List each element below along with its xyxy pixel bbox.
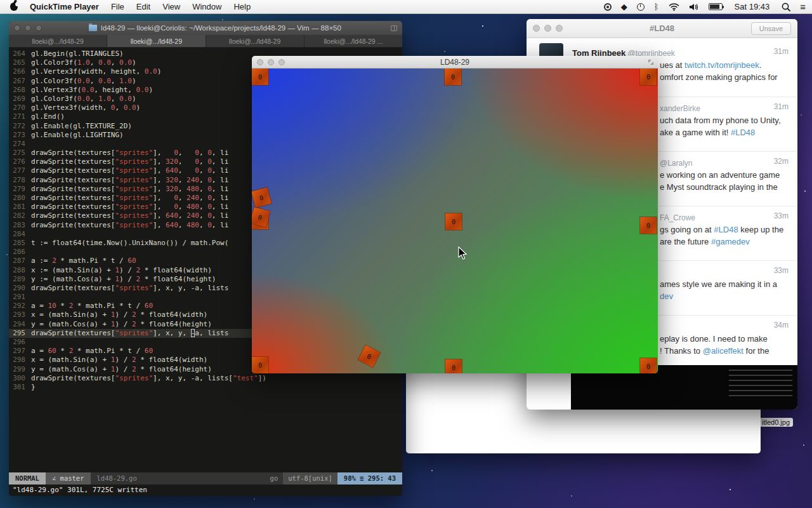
desktop-file-label[interactable]: itled0.jpg (759, 418, 793, 427)
tweet-link[interactable]: twitch.tv/tomrijnbeek (684, 60, 759, 70)
statusline-filetype: go (265, 472, 284, 485)
tweet-header: @Laralyn (660, 157, 693, 168)
close-button[interactable] (14, 25, 20, 31)
tweet-text-fragment: e Myst soundtrack playing in the (660, 182, 778, 192)
tweet-link[interactable]: @aliceffekt (703, 346, 743, 356)
tweet-timestamp: 33m (774, 266, 789, 275)
game-window: LD48-29 000000000000 (252, 56, 658, 373)
zoom-button[interactable] (36, 25, 42, 31)
tweet-link[interactable]: #gamedev (711, 237, 750, 246)
menu-view[interactable]: View (162, 2, 180, 11)
tweet-text-fragment: omfort zone making graphics for (660, 72, 778, 82)
line-number: 298 (9, 356, 25, 364)
spotlight-icon[interactable] (782, 3, 790, 11)
terminal-tab-4[interactable]: lloeki@.../ld48-29 ... (304, 35, 402, 47)
terminal-titlebar[interactable]: ld48-29 — lloeki@Coriolis: ~/Workspace/p… (9, 21, 402, 35)
line-number: 278 (9, 176, 25, 185)
line-number: 267 (9, 77, 25, 86)
statusline-filename: ld48-29.go (91, 472, 265, 485)
game-sprite: 0 (252, 187, 272, 208)
line-number: 300 (9, 374, 25, 383)
desktop: itled0.jpg Tom Rijnbeek @tomrijnbeek31mu… (0, 0, 812, 508)
menu-window[interactable]: Window (192, 2, 221, 11)
sprite-label: 0 (258, 213, 263, 221)
volume-icon[interactable] (689, 3, 699, 11)
vim-message: "ld48-29.go" 301L, 7725C written (9, 485, 402, 496)
game-sprite: 0 (445, 359, 462, 373)
line-number: 275 (9, 149, 25, 157)
active-app-name[interactable]: QuickTime Player (30, 2, 99, 11)
line-number: 273 (9, 131, 25, 140)
tweet-text-fragment: keep up the (738, 225, 784, 234)
menu-file[interactable]: File (111, 2, 124, 11)
line-number: 283 (9, 221, 25, 230)
tweet-link[interactable]: dev (660, 291, 673, 301)
line-number: 265 (9, 58, 25, 67)
sprite-label: 0 (452, 364, 455, 371)
sprite-label: 0 (258, 74, 262, 81)
tweet-timestamp: 33m (774, 211, 789, 220)
notification-center-icon[interactable]: ≡ (800, 1, 806, 12)
code-line: 301} (9, 383, 402, 392)
tweet-text: eplay is done. I need to make! Thanks to… (660, 333, 790, 357)
game-titlebar[interactable]: LD48-29 (252, 56, 658, 69)
screen-recording-icon[interactable] (604, 3, 612, 11)
line-number: 276 (9, 157, 25, 166)
line-number: 287 (9, 257, 25, 265)
line-number: 294 (9, 320, 25, 329)
tweet-handle: FA_Crowe (660, 213, 695, 222)
menu-help[interactable]: Help (233, 2, 251, 11)
line-number: 270 (9, 104, 25, 112)
unsave-button[interactable]: Unsave (751, 22, 791, 35)
bluetooth-icon[interactable]: ᛒ (654, 2, 659, 11)
apple-icon[interactable] (10, 3, 18, 11)
game-sprite: 0 (445, 69, 461, 85)
line-number: 268 (9, 86, 25, 95)
time-machine-icon[interactable] (637, 3, 645, 11)
resize-icon[interactable] (648, 59, 654, 65)
tweet-text: ues at twitch.tv/tomrijnbeek.omfort zone… (660, 60, 790, 83)
menu-bar: QuickTime Player FileEditViewWindowHelp … (0, 0, 812, 14)
game-sprite: 0 (358, 345, 381, 368)
tweet-handle: xanderBirke (660, 104, 700, 113)
sprite-label: 0 (646, 222, 650, 229)
menu-bar-status: ◆ ᛒ Sat 19:43 ≡ (604, 1, 812, 12)
game-sprite: 0 (252, 357, 268, 373)
sprite-label: 0 (258, 362, 262, 369)
menu-bar-clock[interactable]: Sat 19:43 (732, 2, 773, 11)
dropbox-icon[interactable]: ◆ (621, 2, 627, 11)
terminal-tab-3[interactable]: lloeki@.../ld48-29 (206, 35, 304, 47)
twitter-titlebar[interactable]: #LD48 Unsave (527, 19, 797, 38)
tweet-text-fragment: for the (743, 346, 769, 356)
terminal-tabs: lloeki@.../ld48-29lloeki@.../ld48-29lloe… (9, 35, 402, 48)
minimize-button[interactable] (25, 25, 31, 31)
game-canvas[interactable]: 000000000000 (252, 69, 658, 373)
tweet-text-fragment: ! Thanks to (660, 346, 703, 356)
tweet-text-fragment: ames style we are making it in a (660, 279, 777, 289)
line-number: 295 (9, 329, 25, 338)
tweet-text-fragment: eplay is done. I need to make (660, 334, 768, 344)
folder-icon (89, 25, 97, 31)
code-line: 300drawSprite(textures["sprites"], x, y,… (9, 374, 402, 383)
tweet-link[interactable]: #LD48 (731, 128, 755, 137)
game-sprite: 0 (640, 217, 657, 234)
line-number: 297 (9, 347, 25, 356)
split-pane-icon[interactable] (391, 25, 397, 31)
tweet-text-fragment: e working on an adventure game (660, 170, 780, 180)
terminal-tab-1[interactable]: lloeki@.../ld48-29 (9, 35, 107, 47)
mouse-cursor (458, 246, 469, 263)
tweet-timestamp: 31m (774, 47, 789, 56)
tweet-timestamp: 32m (774, 157, 789, 166)
menu-edit[interactable]: Edit (136, 2, 150, 11)
terminal-tab-2[interactable]: lloeki@.../ld48-29 (107, 35, 206, 47)
tweet-link[interactable]: #LD48 (714, 225, 738, 234)
sprite-label: 0 (646, 363, 650, 370)
battery-icon[interactable] (709, 3, 723, 10)
tweet-header: xanderBirke (660, 102, 700, 114)
wifi-icon[interactable] (669, 3, 679, 11)
line-number: 290 (9, 284, 25, 293)
tweet-text-fragment: uch data from my phone to Unity, (660, 116, 781, 125)
tweet-timestamp: 34m (774, 321, 789, 330)
tweet-text: e working on an adventure gamee Myst sou… (660, 170, 790, 193)
line-number: 264 (9, 50, 25, 58)
